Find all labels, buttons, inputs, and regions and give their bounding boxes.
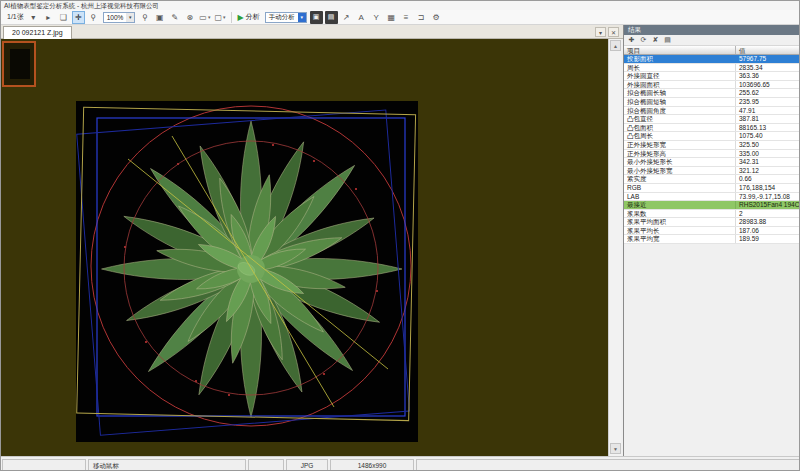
table-row[interactable]: LAB73.99,-9.17,15.08 (624, 193, 800, 202)
row-label: 凸包直径 (624, 115, 736, 123)
chart-icon[interactable]: ↗ (340, 11, 353, 24)
application-window: AI植物表型鉴定分析系统 - 杭州上泽视觉科技有限公司 1/1张▾▸❏✛⚲100… (0, 0, 800, 471)
table-row[interactable]: 最小外接矩形长342.31 (624, 158, 800, 167)
row-value: 187.06 (736, 227, 800, 235)
analyze-button[interactable]: ▶分析 (238, 12, 260, 22)
next-image-icon[interactable]: ▸ (42, 11, 55, 24)
settings-gear-icon[interactable]: ⚙ (430, 11, 443, 24)
row-label: 最小外接矩形宽 (624, 167, 736, 175)
row-label: 拟合椭圆短轴 (624, 98, 736, 106)
zoom-level-select-dropdown-icon[interactable]: ▾ (126, 13, 134, 22)
row-label: 凸包周长 (624, 132, 736, 140)
table-row[interactable]: 拟合椭圆短轴235.95 (624, 98, 800, 107)
table-row[interactable]: 正外接矩形高335.00 (624, 150, 800, 159)
results-table-header: 项目 值 (624, 46, 800, 55)
main-toolbar: 1/1张▾▸❏✛⚲100%▾⚲▣✎⊗▭▾▢▾▶分析手动分析▾▣▤↗AY▦≡⊐⚙ (1, 10, 800, 25)
analysis-mode-select-value: 手动分析 (269, 13, 295, 22)
pan-tool-icon[interactable]: ✛ (72, 11, 85, 24)
status-hint: 移动鼠标 (88, 459, 246, 471)
refresh-results-icon[interactable]: ⟳ (638, 35, 649, 45)
table-row[interactable]: 凸包面积88165.13 (624, 124, 800, 133)
image-canvas[interactable] (1, 39, 608, 456)
zoom-in-icon[interactable]: ⚲ (138, 11, 151, 24)
analysis-mode-select[interactable]: 手动分析▾ (265, 12, 307, 23)
row-value: 176,188,154 (736, 184, 800, 192)
row-value: 235.95 (736, 98, 800, 106)
clear-results-icon[interactable]: ✘ (650, 35, 661, 45)
results-panel-empty-area (624, 244, 800, 444)
y-axis-icon[interactable]: Y (370, 11, 383, 24)
table-row[interactable]: RGB176,188,154 (624, 184, 800, 193)
row-value: 387.81 (736, 115, 800, 123)
export-results-icon[interactable]: ▤ (662, 35, 673, 45)
table-row[interactable]: 凸包直径387.81 (624, 115, 800, 124)
table-row[interactable]: 浆果数2 (624, 210, 800, 219)
table-row[interactable]: 凸包周长1075.40 (624, 132, 800, 141)
canvas-vertical-scrollbar[interactable]: ▲ ▼ (608, 39, 621, 456)
scroll-down-icon[interactable]: ▼ (610, 443, 621, 454)
table-row[interactable]: 正外接矩形宽325.50 (624, 141, 800, 150)
shape-tool-icon-dropdown[interactable]: ▾ (208, 14, 211, 20)
shape-tool-icon[interactable]: ▭▾ (198, 11, 211, 24)
table-row[interactable]: 浆果平均长187.06 (624, 227, 800, 236)
exclude-region-icon[interactable]: ⊗ (183, 11, 196, 24)
row-value: 335.00 (736, 150, 800, 158)
add-result-icon[interactable]: ✚ (626, 35, 637, 45)
row-label: RGB (624, 184, 736, 192)
table-row[interactable]: 最小外接矩形宽321.12 (624, 167, 800, 176)
table-row[interactable]: 紧实度0.66 (624, 175, 800, 184)
analyzed-image[interactable] (76, 101, 418, 442)
zoom-tool-icon[interactable]: ⚲ (87, 11, 100, 24)
export-window-icon[interactable]: ⊐ (415, 11, 428, 24)
zoom-level-select[interactable]: 100%▾ (103, 12, 136, 23)
grid-view-icon[interactable]: ▦ (385, 11, 398, 24)
font-icon[interactable]: A (355, 11, 368, 24)
zoom-level-select-value: 100% (107, 14, 124, 21)
row-label: 外接圆面积 (624, 81, 736, 89)
row-label: 投影面积 (624, 55, 736, 63)
result-image-icon[interactable]: ▣ (310, 11, 323, 24)
row-label: 拟合椭圆长轴 (624, 89, 736, 97)
row-value: 28983.88 (736, 218, 800, 226)
analysis-mode-select-dropdown-icon[interactable]: ▾ (298, 13, 306, 22)
toolbar-separator (231, 12, 232, 23)
analyze-button-label: 分析 (246, 12, 260, 22)
results-panel: 结果 ✚⟳✘▤ 项目 值 投影面积57967.75周长2835.34外接圆直径3… (623, 25, 800, 456)
table-row[interactable]: 周长2835.34 (624, 64, 800, 73)
table-row[interactable]: 拟合椭圆角度47.91 (624, 107, 800, 116)
fit-image-icon[interactable]: ▣ (153, 11, 166, 24)
status-empty-cell (416, 459, 800, 471)
page-list-dropdown-icon[interactable]: ▾ (27, 11, 40, 24)
list-view-icon[interactable]: ≡ (400, 11, 413, 24)
edit-mask-icon[interactable]: ✎ (168, 11, 181, 24)
row-label: 正外接矩形高 (624, 150, 736, 158)
table-row[interactable]: 浆果平均宽189.59 (624, 235, 800, 244)
row-value: 325.50 (736, 141, 800, 149)
table-row[interactable]: 外接圆面积103696.65 (624, 81, 800, 90)
table-row[interactable]: 外接圆直径363.36 (624, 72, 800, 81)
tab-image-file[interactable]: 20 092121 Z.jpg (3, 26, 72, 39)
rect-tool-icon[interactable]: ▢▾ (213, 11, 226, 24)
row-label: 外接圆直径 (624, 72, 736, 80)
tab-list-dropdown-icon[interactable]: ▾ (595, 27, 606, 37)
copy-image-icon[interactable]: ❏ (57, 11, 70, 24)
row-label: 浆果平均宽 (624, 235, 736, 243)
row-value: 321.12 (736, 167, 800, 175)
row-value: 0.66 (736, 175, 800, 183)
row-label: 紧实度 (624, 175, 736, 183)
table-row[interactable]: 浆果平均面积28983.88 (624, 218, 800, 227)
status-empty-cell (2, 459, 86, 471)
table-row[interactable]: 投影面积57967.75 (624, 55, 800, 64)
row-value: 57967.75 (736, 55, 800, 63)
tab-close-icon[interactable]: ✕ (608, 27, 619, 37)
table-row[interactable]: 拟合椭圆长轴255.62 (624, 89, 800, 98)
table-row[interactable]: 最接近RHS2015Fan4 194C Yellow-Green (624, 201, 800, 210)
excel-export-icon[interactable]: ▤ (325, 11, 338, 24)
row-value: 73.99,-9.17,15.08 (736, 193, 800, 201)
row-label: 凸包面积 (624, 124, 736, 132)
scroll-up-icon[interactable]: ▲ (610, 40, 621, 51)
navigator-thumbnail[interactable] (2, 41, 36, 87)
row-value: 103696.65 (736, 81, 800, 89)
row-label: 周长 (624, 64, 736, 72)
rect-tool-icon-dropdown[interactable]: ▾ (223, 14, 226, 20)
